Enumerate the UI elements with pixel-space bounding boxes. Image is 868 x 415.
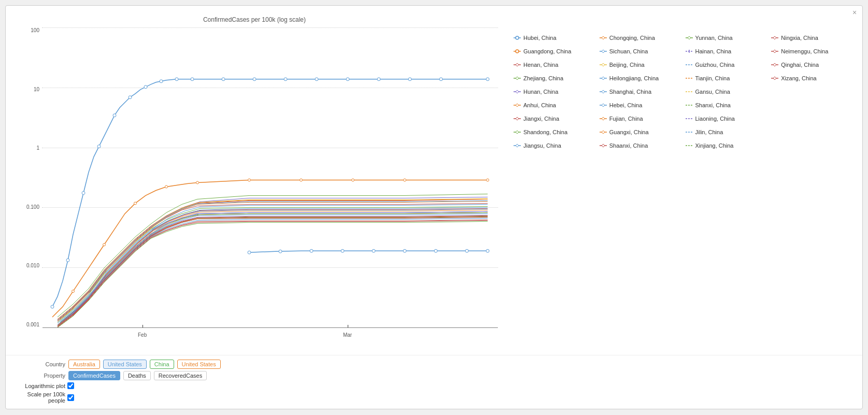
svg-point-20 xyxy=(279,250,282,253)
legend-item-jiangsu: Jiangsu, China xyxy=(514,139,600,152)
y-label-0.01: 0.010 xyxy=(13,263,39,268)
legend-label-jiangxi: Jiangxi, China xyxy=(523,116,559,122)
svg-point-32 xyxy=(196,181,199,184)
legend-label-shaanxi: Shaanxi, China xyxy=(609,142,648,149)
legend-label-ningxia: Ningxia, China xyxy=(781,35,818,41)
controls-area: Country Australia United States China Un… xyxy=(6,355,862,409)
prop-deaths[interactable]: Deaths xyxy=(123,371,151,380)
property-row: Property ConfirmedCases Deaths Recovered… xyxy=(13,371,855,380)
svg-point-25 xyxy=(434,249,437,252)
svg-marker-57 xyxy=(602,63,605,66)
legend-item-sichuan: Sichuan, China xyxy=(600,45,686,58)
legend-item-guizhou: Guizhou, China xyxy=(686,59,772,71)
log-checkbox[interactable] xyxy=(67,382,74,389)
legend-label-guangdong: Guangdong, China xyxy=(523,48,571,54)
svg-marker-84 xyxy=(516,131,519,134)
country-china[interactable]: China xyxy=(150,360,174,369)
legend-item-liaoning: Liaoning, China xyxy=(686,112,772,125)
svg-point-35 xyxy=(352,179,354,181)
chart-inner: 100 10 1 0.100 0.010 0.001 Feb Ma xyxy=(42,27,498,328)
svg-point-8 xyxy=(175,78,178,81)
property-label: Property xyxy=(13,373,65,379)
legend-item-shanghai: Shanghai, China xyxy=(600,85,686,98)
y-label-100: 100 xyxy=(13,27,39,33)
close-button[interactable]: × xyxy=(851,9,858,16)
legend-item-hebei: Hebei, China xyxy=(600,99,686,111)
legend-icon-zhejiang xyxy=(514,76,521,81)
legend-icon-jilin xyxy=(686,130,693,135)
svg-point-24 xyxy=(403,249,406,252)
svg-marker-91 xyxy=(602,144,605,147)
scale-label: Scale per 100k people xyxy=(13,391,65,404)
svg-marker-71 xyxy=(602,90,605,93)
svg-point-30 xyxy=(134,202,137,205)
legend-item-henan: Henan, China xyxy=(514,59,600,71)
country-australia[interactable]: Australia xyxy=(68,360,100,369)
svg-point-4 xyxy=(113,114,116,117)
legend-label-heilongjiang: Heilongjiang, China xyxy=(609,75,659,81)
legend-item-xinjiang: Xinjiang, China xyxy=(686,139,772,152)
legend-label-shanxi: Shanxi, China xyxy=(695,102,731,108)
legend-label-neimenggu: Neimenggu, China xyxy=(781,48,828,54)
svg-point-18 xyxy=(486,78,489,81)
svg-marker-45 xyxy=(773,36,776,39)
legend-icon-sichuan xyxy=(600,49,607,54)
svg-point-47 xyxy=(516,50,519,53)
svg-point-2 xyxy=(82,191,85,194)
svg-point-0 xyxy=(51,305,54,308)
svg-marker-86 xyxy=(602,131,605,134)
svg-marker-62 xyxy=(516,77,519,80)
legend-item-neimenggu: Neimenggu, China xyxy=(771,45,857,58)
svg-marker-81 xyxy=(602,117,605,120)
svg-point-29 xyxy=(103,244,106,246)
legend-item-jiangxi: Jiangxi, China xyxy=(514,112,600,125)
svg-point-39 xyxy=(516,36,519,39)
legend-item-yunnan: Yunnan, China xyxy=(686,32,772,44)
legend-label-fujian: Fujian, China xyxy=(609,116,643,122)
country-row: Country Australia United States China Un… xyxy=(13,360,855,369)
legend-icon-anhui xyxy=(514,103,521,108)
legend-item-empty2 xyxy=(771,99,857,111)
x-tick-mar: Mar xyxy=(343,332,352,338)
svg-point-19 xyxy=(248,251,251,254)
legend-icon-guangdong xyxy=(514,49,521,54)
y-axis: 100 10 1 0.100 0.010 0.001 xyxy=(13,27,39,327)
prop-confirmed-cases[interactable]: ConfirmedCases xyxy=(68,371,120,380)
legend-icon-henan xyxy=(514,62,521,67)
svg-point-23 xyxy=(372,249,375,252)
scale-row: Scale per 100k people xyxy=(13,391,855,404)
svg-marker-79 xyxy=(516,117,519,120)
legend-item-ningxia: Ningxia, China xyxy=(771,32,857,44)
svg-marker-67 xyxy=(773,77,776,80)
y-label-10: 10 xyxy=(13,87,39,92)
scale-checkbox[interactable] xyxy=(67,394,74,401)
svg-point-12 xyxy=(284,78,287,81)
svg-point-16 xyxy=(408,78,411,81)
legend-label-henan: Henan, China xyxy=(523,62,558,68)
country-united-states-1[interactable]: United States xyxy=(103,360,147,369)
legend-icon-xinjiang xyxy=(686,143,693,148)
legend-item-beijing: Beijing, China xyxy=(600,59,686,71)
legend-icon-heilongjiang xyxy=(600,76,607,81)
legend-label-jilin: Jilin, China xyxy=(695,129,723,135)
grid-line-0.001 xyxy=(42,327,498,328)
svg-point-6 xyxy=(144,85,147,89)
legend-label-hebei: Hebei, China xyxy=(609,102,643,108)
chart-area: ConfirmedCases per 100k (log scale) 100 … xyxy=(6,6,862,355)
legend-label-zhejiang: Zhejiang, China xyxy=(523,75,563,81)
prop-recovered-cases[interactable]: RecoveredCases xyxy=(154,371,207,380)
legend-icon-xizang xyxy=(771,76,778,81)
svg-point-17 xyxy=(439,78,443,81)
svg-point-33 xyxy=(248,179,251,181)
svg-marker-43 xyxy=(688,36,691,39)
legend-area: Hubei, China Chongqing, China Yunnan, Ch… xyxy=(503,26,862,355)
legend-icon-yunnan xyxy=(686,35,693,40)
svg-point-13 xyxy=(315,78,318,81)
svg-marker-89 xyxy=(516,144,519,147)
country-united-states-2[interactable]: United States xyxy=(177,360,221,369)
svg-marker-69 xyxy=(516,90,519,93)
legend-item-hainan: Hainan, China xyxy=(686,45,772,58)
svg-point-3 xyxy=(97,145,101,148)
svg-marker-55 xyxy=(516,63,519,66)
svg-point-10 xyxy=(222,78,225,81)
